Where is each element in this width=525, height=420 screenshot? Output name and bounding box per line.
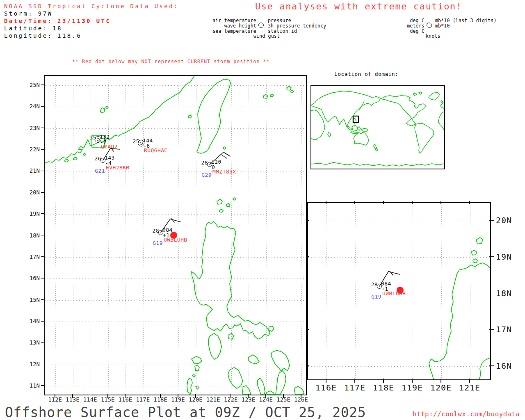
- gridline-h: [45, 322, 306, 322]
- storm-position-dot: [170, 232, 177, 239]
- legend-sea-temp: sea temperature: [212, 28, 256, 34]
- coastline-luzon-se-zoom: [479, 358, 490, 379]
- coastline-leyte: [276, 371, 286, 395]
- station-air-temp: 28: [354, 282, 378, 287]
- world-coastlines: [311, 86, 444, 169]
- axis-tick-lon: [441, 201, 441, 204]
- gridline-h: [308, 221, 490, 221]
- axis-label-lon: 118E: [373, 383, 394, 393]
- coastline-negros: [242, 386, 251, 395]
- axis-label-lon: 118E: [153, 396, 167, 403]
- coastline-europe-right: [441, 103, 444, 108]
- axis-tick-lat: [306, 365, 309, 366]
- world-locator-map: [310, 85, 445, 169]
- gridline-v: [91, 76, 91, 395]
- axis-tick-lat: [489, 220, 494, 221]
- axis-label-lat: 20N: [22, 189, 40, 196]
- axis-label-lat: 17N: [22, 253, 40, 260]
- axis-label-lat: 19N: [22, 210, 40, 217]
- caution-title: Use analyses with extreme caution!: [255, 1, 462, 11]
- axis-tick-lat: [41, 213, 45, 214]
- axis-label-lon: 122E: [224, 396, 238, 403]
- coastline-bohol: [266, 391, 274, 395]
- axis-label-lat: 23N: [22, 125, 40, 131]
- legend-unit-mb10-last3: mb*10 (last 3 digits): [435, 18, 497, 23]
- gridline-v: [355, 203, 356, 379]
- coastline-penghu: [188, 115, 192, 118]
- axis-label-lon: 120E: [430, 383, 452, 393]
- gridline-v: [441, 203, 442, 379]
- gridline-v: [231, 76, 232, 395]
- gridline-h: [308, 330, 490, 330]
- gridline-v: [470, 203, 470, 379]
- axis-label-lat: 11N: [22, 382, 40, 389]
- station-circle-inner: [140, 142, 143, 145]
- coastline-babuyan: [217, 198, 236, 212]
- coastline-panay: [228, 368, 243, 388]
- axis-tick-lon: [326, 201, 326, 204]
- axis-label-lat: 16N: [22, 275, 40, 281]
- axis-tick-lat: [41, 171, 45, 171]
- axis-tick-lat: [41, 192, 45, 193]
- header-latitude: Latitude: 18: [4, 25, 179, 32]
- axis-tick-lat: [489, 329, 494, 330]
- source-url: http://coolwx.com/buoydata: [413, 410, 520, 418]
- zoom-inset-map: 28084+1UWBLUHBG19: [307, 202, 491, 380]
- axis-label-lon: 126E: [294, 396, 308, 403]
- coastline-greenland: [429, 92, 440, 100]
- station-id: MMZT85X: [212, 169, 236, 174]
- axis-tick-lat: [41, 278, 45, 278]
- coastline-borneo-sulawesi: [352, 125, 361, 131]
- coastline-sakishima: [263, 86, 294, 98]
- gridline-h: [308, 366, 490, 367]
- main-map-canvas: 35132-7QYAU225144-6RUQGHAC26143-4EVH28KM…: [45, 76, 306, 395]
- station-circle-inner: [97, 138, 100, 141]
- legend-air-temp: air temperature: [212, 18, 256, 23]
- axis-label-lat: 18N: [496, 288, 512, 298]
- gridline-v: [266, 76, 267, 395]
- header-block: NOAA SSD Tropical Cyclone Data Used: Sto…: [4, 2, 179, 39]
- axis-label-lon: 112E: [48, 396, 62, 403]
- axis-label-lon: 117E: [136, 396, 150, 403]
- station-air-temp: 35: [73, 135, 96, 140]
- axis-tick-lon: [469, 201, 470, 204]
- axis-label-lon: 117E: [344, 383, 365, 393]
- coastline-lanyu: [223, 147, 226, 149]
- station-air-temp: 28: [135, 228, 159, 233]
- coastline-africa-right: [438, 112, 444, 130]
- gridline-v: [55, 76, 56, 395]
- axis-label-lon: 124E: [259, 396, 273, 403]
- axis-tick-lat: [41, 84, 45, 85]
- axis-label-lon: 114E: [83, 396, 97, 403]
- gridline-h: [45, 343, 306, 343]
- axis-tick-lon: [354, 379, 355, 383]
- legend-unit-meters: meters: [407, 23, 425, 29]
- gridline-h: [45, 365, 306, 365]
- storm-position-dot: [397, 287, 404, 294]
- coastline-new-guinea: [361, 128, 368, 131]
- axis-label-lat: 17N: [496, 324, 512, 334]
- axis-tick-lon: [354, 201, 355, 204]
- coastline-madagascar: [328, 132, 331, 137]
- axis-tick-lon: [412, 379, 413, 383]
- axis-label-lat: 19N: [496, 252, 512, 262]
- wind-barb: [171, 219, 174, 222]
- axis-label-lon: 115E: [101, 396, 115, 403]
- coastline-arctic-islands: [413, 92, 422, 96]
- coastline-uk: [441, 100, 443, 103]
- axis-label-lon: 125E: [276, 396, 290, 403]
- gridline-v: [413, 203, 413, 379]
- axis-tick-lon: [412, 201, 413, 204]
- axis-tick-lon: [383, 201, 384, 204]
- gridline-v: [178, 76, 179, 395]
- axis-tick-lat: [306, 329, 309, 330]
- storm-position-warning: ** Red dot below may NOT represent CURRE…: [72, 59, 269, 64]
- axis-label-lon: 119E: [402, 383, 423, 393]
- gridline-v: [196, 76, 196, 395]
- gridline-v: [108, 76, 109, 395]
- axis-label-lat: 16N: [496, 361, 512, 371]
- header-longitude: Longitude: 118.6: [4, 32, 179, 39]
- station-source-tag: G21: [80, 168, 105, 173]
- axis-label-lat: 20N: [496, 215, 512, 225]
- axis-label-lon: 116E: [119, 396, 132, 403]
